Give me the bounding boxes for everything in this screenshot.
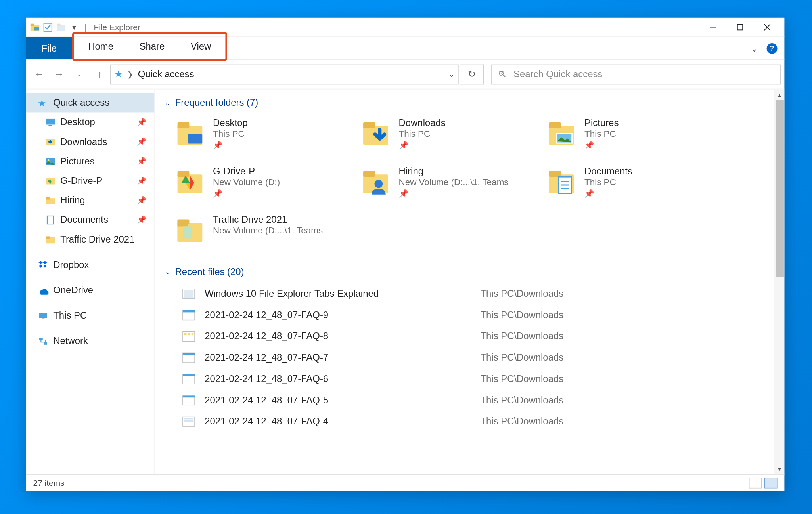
sidebar-traffic-drive[interactable]: Traffic Drive 2021 [26, 229, 155, 249]
scroll-down-icon[interactable]: ▾ [774, 464, 784, 474]
item-count: 27 items [33, 478, 65, 487]
sidebar-this-pc[interactable]: This PC [26, 306, 155, 325]
folder-tile[interactable]: G-Drive-PNew Volume (D:)📌 [165, 162, 348, 206]
file-tab[interactable]: File [26, 37, 72, 59]
sidebar-item-hiring[interactable]: Hiring📌 [26, 190, 155, 210]
recent-file-row[interactable]: 2021-02-24 12_48_07-FAQ-6This PC\Downloa… [165, 369, 775, 390]
svg-rect-61 [183, 353, 195, 355]
minimize-button[interactable] [699, 18, 727, 37]
svg-rect-50 [178, 221, 188, 227]
file-thumbnail-icon [182, 309, 195, 322]
sidebar-item-documents[interactable]: Documents📌 [26, 210, 155, 229]
sidebar-quick-access[interactable]: ★ Quick access [26, 93, 155, 112]
recent-file-row[interactable]: 2021-02-24 12_48_07-FAQ-7This PC\Downloa… [165, 347, 775, 369]
address-dropdown-icon[interactable]: ⌄ [448, 70, 455, 78]
file-thumbnail-icon [182, 415, 195, 428]
sidebar-network[interactable]: Network [26, 331, 155, 351]
help-icon[interactable]: ? [767, 43, 778, 54]
folder-icon [45, 234, 56, 245]
ribbon-expand-icon[interactable]: ⌄ [751, 43, 758, 54]
recent-files-header[interactable]: ⌄ Recent files (20) [165, 263, 775, 283]
documents-icon [45, 214, 56, 225]
close-button[interactable] [754, 18, 781, 37]
svg-rect-56 [183, 332, 195, 342]
group-header-label: Recent files (20) [175, 267, 244, 277]
ribbon-tab-home[interactable]: Home [75, 37, 126, 56]
maximize-button[interactable] [726, 18, 754, 37]
svg-rect-23 [46, 236, 50, 239]
sidebar-item-downloads[interactable]: Downloads📌 [26, 132, 155, 151]
pictures-icon [45, 156, 56, 166]
folder-path: This PC [399, 128, 446, 138]
refresh-button[interactable]: ↻ [460, 64, 484, 84]
sidebar-label: Hiring [60, 195, 85, 206]
folder-tile[interactable]: Traffic Drive 2021New Volume (D:...\1. T… [165, 211, 348, 252]
pictures-icon [547, 118, 576, 147]
file-name: 2021-02-24 12_48_07-FAQ-6 [205, 374, 471, 384]
recent-file-row[interactable]: 2021-02-24 12_48_07-FAQ-4This PC\Downloa… [165, 411, 775, 432]
folder-tile[interactable]: DownloadsThis PC📌 [350, 114, 534, 158]
svg-rect-67 [184, 418, 194, 419]
onedrive-icon [38, 285, 48, 295]
svg-rect-17 [46, 197, 50, 199]
quick-access-star-icon: ★ [114, 69, 123, 80]
svg-rect-57 [184, 333, 187, 335]
forward-button[interactable]: → [50, 65, 69, 84]
file-name: 2021-02-24 12_48_07-FAQ-7 [205, 352, 471, 363]
svg-point-14 [48, 159, 49, 161]
folder-tile[interactable]: DocumentsThis PC📌 [536, 162, 720, 206]
search-input[interactable] [512, 68, 774, 80]
documents-icon [547, 166, 576, 196]
pin-icon: 📌 [137, 176, 146, 185]
file-explorer-window: ▼ | File Explorer File Home Share View ⌄… [26, 18, 785, 491]
pc-icon [38, 310, 48, 321]
sidebar-item-g-drive-p[interactable]: G-Drive-P📌 [26, 171, 155, 190]
recent-file-row[interactable]: 2021-02-24 12_48_07-FAQ-8This PC\Downloa… [165, 326, 775, 347]
folder-tile[interactable]: HiringNew Volume (D:...\1. Teams📌 [350, 162, 534, 206]
pin-icon: 📌 [213, 141, 248, 149]
sidebar-item-pictures[interactable]: Pictures📌 [26, 151, 155, 171]
scroll-up-icon[interactable]: ▴ [774, 89, 784, 100]
file-name: 2021-02-24 12_48_07-FAQ-4 [205, 416, 471, 427]
ribbon-tabs-highlight: Home Share View [72, 32, 227, 61]
scrollbar-thumb[interactable] [776, 100, 784, 277]
breadcrumb-chevron-icon: ❯ [127, 70, 133, 78]
qat-check-icon[interactable] [42, 22, 53, 32]
ribbon-tab-share[interactable]: Share [126, 37, 178, 56]
sidebar-label: Desktop [60, 117, 95, 128]
recent-locations-icon[interactable]: ⌄ [70, 65, 89, 84]
qat-folder-icon[interactable] [56, 22, 66, 32]
svg-rect-2 [34, 27, 39, 31]
recent-file-row[interactable]: 2021-02-24 12_48_07-FAQ-5This PC\Downloa… [165, 390, 775, 411]
large-icons-view-icon[interactable] [764, 478, 778, 488]
back-button[interactable]: ← [30, 65, 49, 84]
folder-name: Hiring [399, 166, 509, 177]
svg-rect-53 [184, 290, 194, 298]
vertical-scrollbar[interactable]: ▴ ▾ [774, 89, 785, 474]
ribbon-tab-view[interactable]: View [178, 37, 224, 56]
folder-tile[interactable]: PicturesThis PC📌 [536, 114, 720, 158]
svg-rect-65 [183, 396, 195, 397]
svg-rect-10 [46, 118, 55, 124]
folder-tile[interactable]: DesktopThis PC📌 [165, 114, 348, 158]
sidebar-dropbox[interactable]: Dropbox [26, 255, 155, 274]
file-name: 2021-02-24 12_48_07-FAQ-8 [205, 331, 471, 342]
address-bar[interactable]: ★ ❯ Quick access ⌄ [110, 64, 459, 84]
sidebar-item-desktop[interactable]: Desktop📌 [26, 112, 155, 132]
svg-rect-5 [57, 24, 61, 26]
svg-rect-43 [549, 171, 561, 177]
desktop-icon [175, 118, 205, 147]
recent-file-row[interactable]: 2021-02-24 12_48_07-FAQ-9This PC\Downloa… [165, 304, 775, 326]
qat-dropdown-icon[interactable]: ▼ [69, 24, 80, 31]
up-button[interactable]: ↑ [90, 65, 109, 84]
titlebar-separator: | [82, 23, 89, 32]
breadcrumb-text[interactable]: Quick access [138, 69, 194, 80]
recent-file-row[interactable]: Windows 10 File Explorer Tabs ExplainedT… [165, 283, 775, 305]
sidebar-label: Dropbox [53, 259, 89, 270]
details-view-icon[interactable] [749, 478, 762, 488]
navigation-bar: ← → ⌄ ↑ ★ ❯ Quick access ⌄ ↻ 🔍︎ [26, 60, 785, 90]
sidebar-label: G-Drive-P [60, 175, 102, 186]
frequent-folders-header[interactable]: ⌄ Frequent folders (7) [165, 94, 775, 114]
sidebar-onedrive[interactable]: OneDrive [26, 280, 155, 300]
search-box[interactable]: 🔍︎ [491, 64, 781, 84]
